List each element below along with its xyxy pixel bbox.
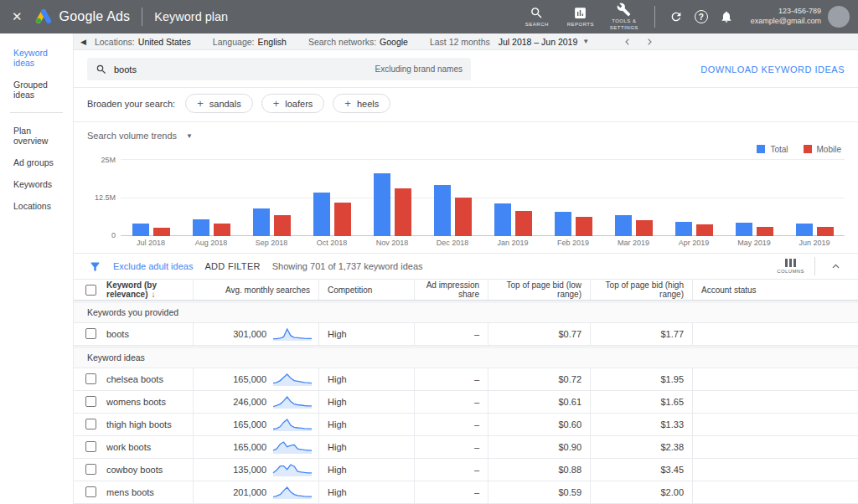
close-icon[interactable]: ✕ — [12, 9, 23, 24]
avatar[interactable] — [828, 6, 850, 28]
row-checkbox[interactable] — [85, 396, 96, 407]
bar-mobile[interactable] — [214, 224, 230, 236]
sidebar-item-grouped-ideas[interactable]: Grouped ideas — [0, 74, 73, 105]
ad-impression-share-value: – — [474, 465, 479, 475]
top-bid-high-header[interactable]: Top of page bid (high range) — [591, 280, 693, 300]
keyword-label: womens boots — [106, 397, 166, 407]
date-range-setting[interactable]: Last 12 months Jul 2018 – Jun 2019 ▼ — [430, 37, 589, 47]
bar-total[interactable] — [313, 193, 330, 236]
x-axis-label: Oct 2018 — [302, 239, 362, 249]
bar-mobile[interactable] — [153, 228, 170, 236]
bar-group-oct-2018 — [302, 159, 362, 236]
bar-mobile[interactable] — [515, 211, 532, 236]
avg-monthly-searches-header[interactable]: Avg. monthly searches — [194, 280, 319, 300]
table-row-cowboy-boots[interactable]: cowboy boots135,000High–$0.88$3.45 — [74, 459, 858, 481]
bar-mobile[interactable] — [395, 188, 411, 236]
row-checkbox[interactable] — [85, 486, 96, 497]
top-bid-high-value: $1.77 — [660, 329, 684, 339]
bar-mobile[interactable] — [636, 220, 653, 236]
date-next-button[interactable] — [644, 37, 654, 47]
bar-mobile[interactable] — [576, 217, 592, 236]
bar-total[interactable] — [675, 222, 692, 236]
bar-total[interactable] — [253, 208, 270, 236]
language-setting[interactable]: Language: English — [213, 37, 287, 47]
row-checkbox[interactable] — [85, 464, 96, 475]
google-ads-keyword-plan-window: ✕ Google Ads Keyword plan SEARCH REPORTS… — [0, 0, 858, 504]
top-bid-low-value: $0.88 — [558, 465, 581, 475]
keyword-search-section: boots Excluding brand names DOWNLOAD KEY… — [74, 50, 858, 88]
ad-impression-share-header[interactable]: Ad impression share — [415, 280, 488, 300]
broaden-chip-heels[interactable]: +heels — [333, 94, 390, 113]
top-bid-low-header[interactable]: Top of page bid (low range) — [488, 280, 591, 300]
bar-total[interactable] — [193, 219, 209, 236]
reports-nav-button[interactable]: REPORTS — [559, 6, 602, 28]
download-keyword-ideas-button[interactable]: DOWNLOAD KEYWORD IDEAS — [700, 64, 845, 75]
row-checkbox[interactable] — [85, 419, 96, 429]
bar-total[interactable] — [615, 215, 632, 236]
keyword-label: chelsea boots — [106, 374, 163, 384]
date-range-label: Last 12 months — [430, 37, 490, 47]
row-checkbox[interactable] — [85, 373, 96, 384]
broaden-chip-sandals[interactable]: +sandals — [185, 94, 253, 113]
bar-total[interactable] — [555, 212, 571, 236]
bar-total[interactable] — [494, 203, 511, 236]
table-body: Keywords you providedboots301,000High–$0… — [74, 301, 858, 504]
table-row-womens-boots[interactable]: womens boots246,000High–$0.61$1.65 — [74, 391, 858, 414]
sidebar-item-keyword-ideas[interactable]: Keyword ideas — [0, 42, 73, 74]
search-networks-setting[interactable]: Search networks: Google — [308, 37, 408, 47]
keyword-column-header[interactable]: Keyword (by relevance)↓ — [74, 280, 194, 300]
bar-mobile[interactable] — [757, 227, 773, 236]
account-email: example@gmail.com — [751, 17, 821, 27]
table-row-boots[interactable]: boots301,000High–$0.77$1.77 — [74, 323, 858, 346]
select-all-checkbox[interactable] — [85, 285, 96, 296]
tools-settings-nav-button[interactable]: TOOLS & SETTINGS — [602, 3, 646, 32]
chart-title-dropdown[interactable]: Search volume trends ▼ — [87, 129, 845, 142]
row-checkbox[interactable] — [85, 328, 96, 339]
account-status-header[interactable]: Account status — [693, 280, 858, 300]
collapse-panel-icon[interactable]: ◀ — [80, 38, 86, 46]
table-row-thigh-high-boots[interactable]: thigh high boots165,000High–$0.60$1.33 — [74, 414, 858, 436]
sidebar-item-locations[interactable]: Locations — [0, 195, 73, 217]
date-prev-button[interactable] — [623, 37, 633, 47]
bar-mobile[interactable] — [455, 198, 472, 236]
showing-count-label: Showing 701 of 1,737 keyword ideas — [272, 261, 423, 271]
table-row-work-boots[interactable]: work boots165,000High–$0.90$2.38 — [74, 436, 858, 459]
excluding-brand-names-label[interactable]: Excluding brand names — [375, 64, 463, 74]
collapse-table-button[interactable] — [825, 261, 846, 272]
bar-total[interactable] — [434, 185, 451, 236]
avg-monthly-searches-value: 135,000 — [233, 465, 266, 475]
bar-mobile[interactable] — [334, 203, 351, 236]
columns-button[interactable]: COLUMNS — [777, 259, 804, 274]
bar-mobile[interactable] — [696, 224, 713, 236]
trend-sparkline — [271, 371, 315, 388]
keyword-search-input[interactable]: boots Excluding brand names — [87, 58, 471, 80]
add-filter-button[interactable]: ADD FILTER — [204, 261, 260, 271]
competition-header[interactable]: Competition — [319, 280, 415, 300]
refresh-button[interactable] — [664, 10, 689, 23]
bar-total[interactable] — [132, 224, 149, 236]
table-row-mens-boots[interactable]: mens boots201,000High–$0.59$2.00 — [74, 481, 858, 504]
plus-icon: + — [273, 98, 280, 109]
table-row-chelsea-boots[interactable]: chelsea boots165,000High–$0.72$1.95 — [74, 368, 858, 391]
ad-impression-share-value: – — [474, 397, 479, 407]
legend-item-mobile[interactable]: Mobile — [804, 145, 841, 154]
bar-mobile[interactable] — [817, 227, 834, 236]
legend-item-total[interactable]: Total — [757, 145, 788, 154]
bar-mobile[interactable] — [274, 215, 291, 236]
locations-setting[interactable]: Locations: United States — [95, 37, 191, 47]
table-section-header: Keyword ideas — [74, 348, 858, 368]
sidebar-item-plan-overview[interactable]: Plan overview — [0, 120, 73, 152]
legend-label: Mobile — [817, 145, 841, 154]
notifications-button[interactable] — [714, 10, 739, 23]
sidebar: Keyword ideasGrouped ideasPlan overviewA… — [0, 33, 74, 504]
sidebar-item-keywords[interactable]: Keywords — [0, 173, 73, 195]
bar-total[interactable] — [736, 223, 752, 236]
search-nav-button[interactable]: SEARCH — [515, 6, 559, 28]
exclude-adult-ideas-filter[interactable]: Exclude adult ideas — [113, 261, 193, 271]
bar-total[interactable] — [796, 224, 813, 236]
sidebar-item-ad-groups[interactable]: Ad groups — [0, 152, 73, 173]
bar-total[interactable] — [374, 173, 390, 236]
broaden-chip-loafers[interactable]: +loafers — [261, 94, 325, 113]
row-checkbox[interactable] — [85, 441, 96, 452]
help-button[interactable]: ? — [689, 10, 714, 23]
